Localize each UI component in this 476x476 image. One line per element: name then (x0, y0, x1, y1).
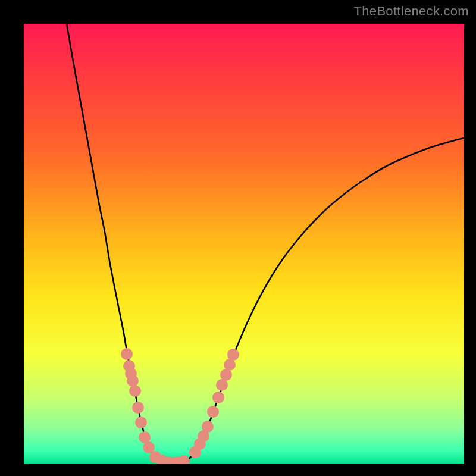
marker-dot (212, 392, 224, 403)
marker-dot (135, 416, 147, 428)
chart-stage: TheBottleneck.com (0, 0, 476, 476)
marker-dot (127, 375, 139, 387)
marker-dot (220, 369, 232, 381)
marker-dot (202, 421, 214, 433)
marker-dot (121, 348, 133, 360)
marker-dot (132, 402, 144, 414)
plot-svg (24, 24, 464, 464)
gradient-background (24, 24, 464, 464)
marker-dot (129, 385, 141, 397)
marker-dot (224, 359, 236, 371)
watermark-text: TheBottleneck.com (354, 4, 469, 19)
marker-dot (227, 349, 239, 361)
plot-area (24, 24, 464, 464)
marker-dot (207, 406, 219, 418)
